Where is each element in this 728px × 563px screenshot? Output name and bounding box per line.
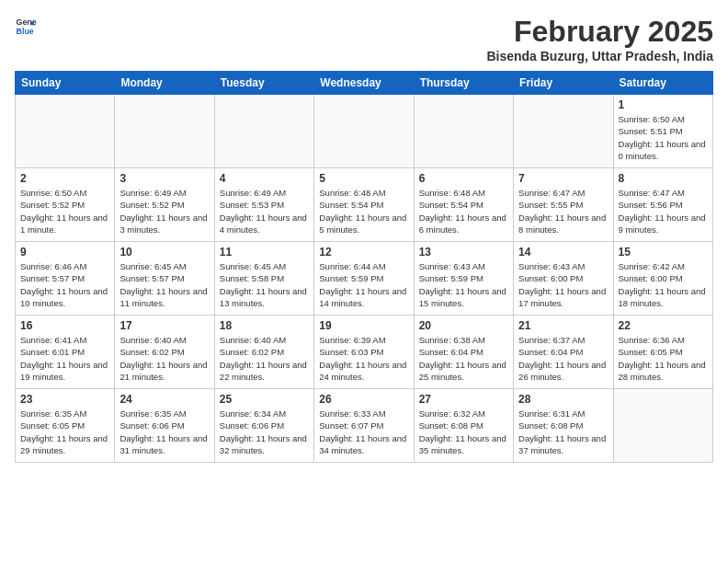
calendar-cell [514, 95, 613, 168]
calendar-cell [613, 389, 712, 463]
day-number: 21 [518, 319, 608, 332]
day-number: 19 [319, 319, 408, 332]
weekday-header: Friday [514, 72, 613, 95]
day-info: Sunrise: 6:48 AM Sunset: 5:54 PM Dayligh… [319, 187, 408, 236]
calendar-cell: 6Sunrise: 6:48 AM Sunset: 5:54 PM Daylig… [414, 168, 513, 242]
logo: General Blue [15, 15, 37, 37]
day-number: 12 [319, 246, 408, 259]
day-number: 3 [119, 172, 209, 185]
day-number: 25 [220, 393, 309, 406]
calendar-week-row: 16Sunrise: 6:41 AM Sunset: 6:01 PM Dayli… [16, 316, 713, 389]
day-info: Sunrise: 6:50 AM Sunset: 5:51 PM Dayligh… [619, 113, 708, 162]
calendar-cell: 28Sunrise: 6:31 AM Sunset: 6:08 PM Dayli… [514, 389, 613, 463]
calendar-cell: 12Sunrise: 6:44 AM Sunset: 5:59 PM Dayli… [314, 242, 414, 316]
day-number: 9 [20, 246, 109, 259]
day-number: 27 [419, 393, 508, 406]
day-info: Sunrise: 6:33 AM Sunset: 6:07 PM Dayligh… [319, 408, 408, 456]
day-info: Sunrise: 6:47 AM Sunset: 5:56 PM Dayligh… [619, 187, 708, 236]
day-number: 15 [619, 246, 708, 259]
calendar-table: SundayMondayTuesdayWednesdayThursdayFrid… [15, 71, 713, 463]
day-info: Sunrise: 6:46 AM Sunset: 5:57 PM Dayligh… [20, 260, 109, 309]
day-number: 8 [619, 172, 708, 185]
day-info: Sunrise: 6:38 AM Sunset: 6:04 PM Dayligh… [419, 334, 508, 383]
calendar-cell: 4Sunrise: 6:49 AM Sunset: 5:53 PM Daylig… [214, 168, 313, 242]
calendar-cell [414, 95, 513, 168]
day-info: Sunrise: 6:49 AM Sunset: 5:52 PM Dayligh… [119, 187, 209, 236]
calendar-week-row: 1Sunrise: 6:50 AM Sunset: 5:51 PM Daylig… [16, 95, 713, 168]
calendar-cell [16, 95, 115, 168]
weekday-header: Thursday [414, 72, 513, 95]
day-number: 2 [20, 172, 109, 185]
day-info: Sunrise: 6:45 AM Sunset: 5:57 PM Dayligh… [119, 260, 209, 309]
day-number: 6 [419, 172, 508, 185]
calendar-cell: 1Sunrise: 6:50 AM Sunset: 5:51 PM Daylig… [613, 95, 712, 168]
calendar-cell: 13Sunrise: 6:43 AM Sunset: 5:59 PM Dayli… [414, 242, 513, 316]
title-block: February 2025 Bisenda Buzurg, Uttar Prad… [486, 15, 713, 63]
calendar-cell: 19Sunrise: 6:39 AM Sunset: 6:03 PM Dayli… [314, 316, 414, 389]
day-info: Sunrise: 6:41 AM Sunset: 6:01 PM Dayligh… [20, 334, 109, 383]
calendar-cell: 26Sunrise: 6:33 AM Sunset: 6:07 PM Dayli… [314, 389, 414, 463]
day-number: 17 [119, 319, 209, 332]
calendar-cell [214, 95, 313, 168]
calendar-cell: 5Sunrise: 6:48 AM Sunset: 5:54 PM Daylig… [314, 168, 414, 242]
day-number: 4 [220, 172, 309, 185]
calendar-cell: 25Sunrise: 6:34 AM Sunset: 6:06 PM Dayli… [214, 389, 313, 463]
day-info: Sunrise: 6:42 AM Sunset: 6:00 PM Dayligh… [619, 260, 708, 309]
calendar-week-row: 23Sunrise: 6:35 AM Sunset: 6:05 PM Dayli… [16, 389, 713, 463]
day-number: 23 [20, 393, 109, 406]
day-number: 16 [20, 319, 109, 332]
day-number: 24 [119, 393, 209, 406]
day-number: 11 [220, 246, 309, 259]
calendar-cell: 23Sunrise: 6:35 AM Sunset: 6:05 PM Dayli… [16, 389, 115, 463]
day-number: 7 [518, 172, 608, 185]
day-number: 22 [619, 319, 708, 332]
calendar-cell: 27Sunrise: 6:32 AM Sunset: 6:08 PM Dayli… [414, 389, 513, 463]
day-info: Sunrise: 6:40 AM Sunset: 6:02 PM Dayligh… [119, 334, 209, 383]
day-info: Sunrise: 6:39 AM Sunset: 6:03 PM Dayligh… [319, 334, 408, 383]
calendar-cell [314, 95, 414, 168]
calendar-cell: 20Sunrise: 6:38 AM Sunset: 6:04 PM Dayli… [414, 316, 513, 389]
day-number: 13 [419, 246, 508, 259]
calendar-cell: 10Sunrise: 6:45 AM Sunset: 5:57 PM Dayli… [115, 242, 214, 316]
day-info: Sunrise: 6:50 AM Sunset: 5:52 PM Dayligh… [20, 187, 109, 236]
calendar-cell: 17Sunrise: 6:40 AM Sunset: 6:02 PM Dayli… [115, 316, 214, 389]
logo-icon: General Blue [15, 15, 37, 37]
day-number: 26 [319, 393, 408, 406]
svg-text:General: General [17, 17, 37, 27]
page-header: General Blue February 2025 Bisenda Buzur… [15, 15, 713, 63]
day-number: 14 [518, 246, 608, 259]
day-number: 10 [119, 246, 209, 259]
calendar-cell: 11Sunrise: 6:45 AM Sunset: 5:58 PM Dayli… [214, 242, 313, 316]
day-number: 18 [220, 319, 309, 332]
calendar-cell: 7Sunrise: 6:47 AM Sunset: 5:55 PM Daylig… [514, 168, 613, 242]
calendar-week-row: 9Sunrise: 6:46 AM Sunset: 5:57 PM Daylig… [16, 242, 713, 316]
svg-text:Blue: Blue [17, 27, 34, 36]
day-info: Sunrise: 6:37 AM Sunset: 6:04 PM Dayligh… [518, 334, 608, 383]
calendar-cell: 21Sunrise: 6:37 AM Sunset: 6:04 PM Dayli… [514, 316, 613, 389]
calendar-cell: 8Sunrise: 6:47 AM Sunset: 5:56 PM Daylig… [613, 168, 712, 242]
calendar-cell: 16Sunrise: 6:41 AM Sunset: 6:01 PM Dayli… [16, 316, 115, 389]
weekday-header: Saturday [613, 72, 712, 95]
day-info: Sunrise: 6:35 AM Sunset: 6:06 PM Dayligh… [119, 408, 209, 456]
calendar-cell: 9Sunrise: 6:46 AM Sunset: 5:57 PM Daylig… [16, 242, 115, 316]
calendar-cell: 18Sunrise: 6:40 AM Sunset: 6:02 PM Dayli… [214, 316, 313, 389]
calendar-week-row: 2Sunrise: 6:50 AM Sunset: 5:52 PM Daylig… [16, 168, 713, 242]
weekday-header: Monday [115, 72, 214, 95]
weekday-header-row: SundayMondayTuesdayWednesdayThursdayFrid… [16, 72, 713, 95]
weekday-header: Wednesday [314, 72, 414, 95]
day-info: Sunrise: 6:43 AM Sunset: 5:59 PM Dayligh… [419, 260, 508, 309]
day-info: Sunrise: 6:31 AM Sunset: 6:08 PM Dayligh… [518, 408, 608, 456]
calendar-cell: 22Sunrise: 6:36 AM Sunset: 6:05 PM Dayli… [613, 316, 712, 389]
day-number: 5 [319, 172, 408, 185]
weekday-header: Tuesday [214, 72, 313, 95]
day-info: Sunrise: 6:48 AM Sunset: 5:54 PM Dayligh… [419, 187, 508, 236]
calendar-cell: 2Sunrise: 6:50 AM Sunset: 5:52 PM Daylig… [16, 168, 115, 242]
calendar-cell [115, 95, 214, 168]
day-info: Sunrise: 6:45 AM Sunset: 5:58 PM Dayligh… [220, 260, 309, 309]
day-info: Sunrise: 6:49 AM Sunset: 5:53 PM Dayligh… [220, 187, 309, 236]
day-info: Sunrise: 6:43 AM Sunset: 6:00 PM Dayligh… [518, 260, 608, 309]
day-info: Sunrise: 6:36 AM Sunset: 6:05 PM Dayligh… [619, 334, 708, 383]
weekday-header: Sunday [16, 72, 115, 95]
day-info: Sunrise: 6:34 AM Sunset: 6:06 PM Dayligh… [220, 408, 309, 456]
calendar-cell: 15Sunrise: 6:42 AM Sunset: 6:00 PM Dayli… [613, 242, 712, 316]
